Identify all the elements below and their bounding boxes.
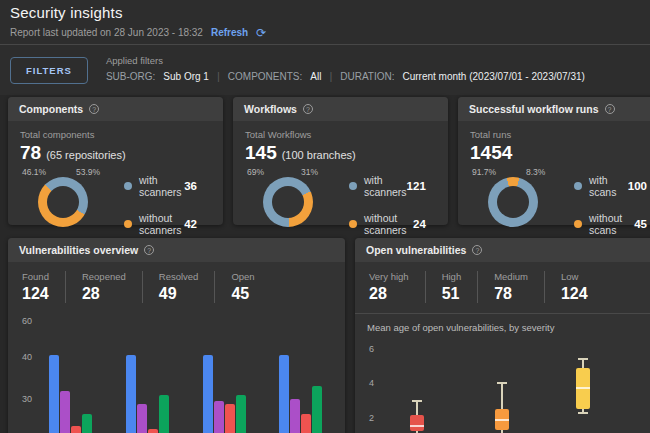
workflows-card-header: Workflows ? bbox=[233, 97, 448, 121]
bar-blue bbox=[126, 355, 136, 433]
legend-label: without scanners bbox=[139, 212, 184, 236]
box-whisker-cap-top bbox=[497, 382, 507, 384]
y-axis-tick: 30 bbox=[22, 394, 32, 404]
workflows-card: Workflows ? Total Workflows 145 (100 bra… bbox=[233, 97, 448, 225]
card-title: Workflows bbox=[244, 103, 297, 115]
stat-value: 51 bbox=[442, 285, 462, 303]
y-axis-tick: 2 bbox=[369, 413, 374, 423]
workflow-runs-card: Successful workflow runs ? Total runs 14… bbox=[458, 97, 650, 225]
stat-value: 28 bbox=[369, 285, 409, 303]
help-icon[interactable]: ? bbox=[303, 104, 313, 114]
box-whisker-cap-top bbox=[412, 400, 422, 402]
bar-blue bbox=[279, 355, 289, 433]
legend-row: with scanners 36 bbox=[124, 174, 211, 198]
y-axis-tick: 6 bbox=[369, 344, 374, 354]
stat-label: Low bbox=[561, 271, 588, 282]
legend-row: with scans 100 bbox=[574, 174, 650, 198]
bar-green bbox=[312, 386, 322, 433]
total-value: 78 bbox=[20, 142, 41, 164]
filters-bar: FILTERS Applied filters SUB-ORG: Sub Org… bbox=[0, 45, 650, 95]
box-median-line bbox=[495, 419, 509, 421]
filter-duration-value: Current month (2023/07/01 - 2023/07/31) bbox=[403, 71, 585, 82]
bar-red bbox=[225, 404, 235, 433]
box-median-line bbox=[576, 387, 590, 389]
chart-cards-row: Vulnerabilities overview ? Found 124 Reo… bbox=[8, 238, 650, 433]
total-suffix: (65 repositories) bbox=[46, 149, 125, 161]
refresh-link[interactable]: Refresh bbox=[211, 27, 248, 38]
total-label: Total components bbox=[20, 129, 211, 140]
legend-label: with scanners bbox=[139, 174, 184, 198]
report-updated-text: Report last updated on 28 Jun 2023 - 18:… bbox=[10, 27, 203, 38]
stat-high: High 51 bbox=[425, 271, 478, 303]
summary-cards-row: Components ? Total components 78 (65 rep… bbox=[8, 97, 650, 225]
report-status-line: Report last updated on 28 Jun 2023 - 18:… bbox=[10, 27, 640, 38]
help-icon[interactable]: ? bbox=[605, 104, 615, 114]
stat-label: Resolved bbox=[159, 271, 199, 282]
box-whisker-cap-top bbox=[578, 358, 588, 360]
stat-low: Low 124 bbox=[544, 271, 604, 303]
stat-value: 124 bbox=[22, 285, 49, 303]
card-title: Vulnerabilities overview bbox=[19, 244, 138, 256]
card-title: Open vulnerabilities bbox=[366, 244, 466, 256]
card-title: Components bbox=[19, 103, 83, 115]
bar-red bbox=[301, 414, 311, 433]
vuln-stats-row: Found 124 Reopened 28 Resolved 49 Open 4… bbox=[8, 262, 345, 309]
refresh-icon[interactable]: ⟳ bbox=[256, 28, 266, 38]
bar-purple bbox=[290, 399, 300, 433]
bar-purple bbox=[60, 391, 70, 433]
donut-right-percent: 53.9% bbox=[76, 167, 100, 177]
mean-age-box-plot: 642 bbox=[355, 339, 650, 433]
total-label: Total runs bbox=[470, 129, 650, 140]
filter-duration-label: DURATION: bbox=[340, 71, 394, 82]
workflow-runs-card-header: Successful workflow runs ? bbox=[458, 97, 650, 121]
donut-right-percent: 8.3% bbox=[526, 167, 545, 177]
stat-reopened: Reopened 28 bbox=[65, 271, 142, 303]
applied-filters-values: SUB-ORG: Sub Org 1 | COMPONENTS: All | D… bbox=[106, 70, 585, 82]
open-vulnerabilities-header: Open vulnerabilities ? bbox=[355, 238, 650, 262]
applied-filters-title: Applied filters bbox=[106, 55, 585, 66]
donut-left-percent: 46.1% bbox=[22, 167, 46, 177]
legend-dot-blue bbox=[124, 182, 132, 190]
components-card-header: Components ? bbox=[8, 97, 223, 121]
help-icon[interactable]: ? bbox=[144, 245, 154, 255]
donut-chart-wrap: 46.1% 53.9% bbox=[20, 166, 124, 228]
page-header: Security insights Report last updated on… bbox=[0, 0, 650, 44]
donut-left-percent: 91.7% bbox=[472, 167, 496, 177]
help-icon[interactable]: ? bbox=[472, 245, 482, 255]
legend-dot-blue bbox=[349, 182, 357, 190]
stat-found: Found 124 bbox=[20, 271, 65, 303]
filters-button[interactable]: FILTERS bbox=[10, 57, 88, 84]
donut-chart-wrap: 69% 31% bbox=[245, 166, 349, 228]
filter-suborg-value: Sub Org 1 bbox=[163, 71, 209, 82]
legend-label: without scans bbox=[589, 212, 634, 236]
help-icon[interactable]: ? bbox=[89, 104, 99, 114]
filter-components-value: All bbox=[310, 71, 321, 82]
vulnerabilities-overview-card: Vulnerabilities overview ? Found 124 Reo… bbox=[8, 238, 345, 433]
donut-chart-wrap: 91.7% 8.3% bbox=[470, 166, 574, 228]
stat-label: Medium bbox=[494, 271, 528, 282]
filter-components-label: COMPONENTS: bbox=[228, 71, 302, 82]
stat-value: 45 bbox=[231, 285, 254, 303]
filter-suborg-label: SUB-ORG: bbox=[106, 71, 155, 82]
stat-resolved: Resolved 49 bbox=[142, 271, 215, 303]
filter-separator: | bbox=[329, 70, 332, 82]
legend-row: without scanners 24 bbox=[349, 212, 440, 236]
stat-very-high: Very high 28 bbox=[367, 271, 425, 303]
y-axis-tick: 40 bbox=[22, 352, 32, 362]
stat-value: 78 bbox=[494, 285, 528, 303]
stat-label: High bbox=[442, 271, 462, 282]
stat-label: Very high bbox=[369, 271, 409, 282]
bar-blue bbox=[203, 355, 213, 433]
donut-right-percent: 31% bbox=[301, 167, 318, 177]
box-whisker-cap-bottom bbox=[578, 412, 588, 414]
bar-green bbox=[82, 414, 92, 433]
legend-value: 36 bbox=[184, 180, 211, 192]
legend-value: 100 bbox=[628, 180, 650, 192]
legend-value: 42 bbox=[184, 218, 211, 230]
card-divider bbox=[355, 313, 650, 314]
stat-value: 28 bbox=[82, 285, 126, 303]
legend-label: with scanners bbox=[364, 174, 407, 198]
page-title: Security insights bbox=[10, 4, 640, 21]
donut-left-percent: 69% bbox=[247, 167, 264, 177]
total-value: 145 bbox=[245, 142, 277, 164]
